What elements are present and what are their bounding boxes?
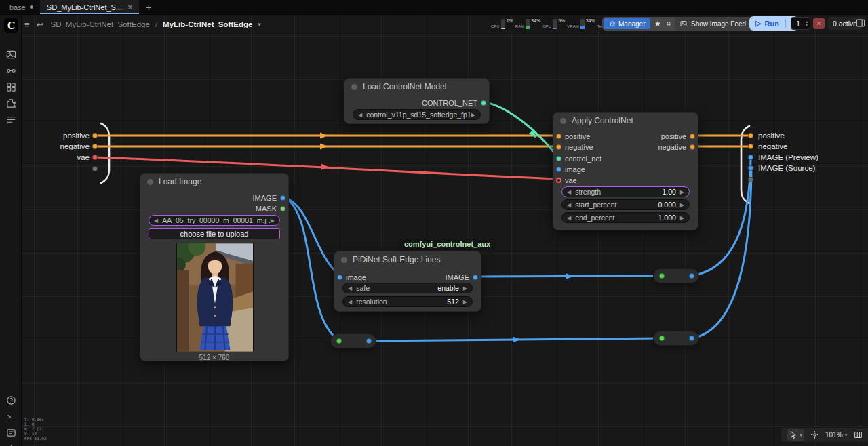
- collapse-dot-icon[interactable]: [351, 84, 357, 90]
- tab-close-icon[interactable]: ×: [127, 3, 132, 12]
- safe-widget[interactable]: ◀ safe enable ▶: [342, 283, 473, 293]
- custom-nodes-icon[interactable]: [5, 98, 17, 109]
- output-image-slot[interactable]: [473, 275, 478, 280]
- group-output-positive-slot[interactable]: [748, 133, 753, 138]
- comfyui-canvas[interactable]: base SD_MyLib-CtrlNet_S... × + C >_: [0, 0, 868, 446]
- group-output-image-source-slot[interactable]: [748, 165, 753, 171]
- chevron-down-icon[interactable]: ▾: [800, 432, 802, 438]
- group-input-vae-slot[interactable]: [92, 155, 98, 160]
- reroute-input-slot[interactable]: [336, 338, 342, 344]
- reroute-output-slot[interactable]: [689, 273, 694, 279]
- breadcrumb-root[interactable]: SD_MyLib-CtrlNet_SoftEdge: [51, 20, 150, 28]
- node-title-bar[interactable]: Load ControlNet Model: [344, 79, 489, 95]
- end-percent-widget[interactable]: ◀ end_percent 1.000 ▶: [561, 212, 690, 223]
- minimap-toggle-button[interactable]: [854, 430, 863, 439]
- group-output-image-preview-slot[interactable]: [748, 155, 753, 160]
- queue-icon[interactable]: [5, 114, 17, 125]
- comfyui-logo[interactable]: C: [4, 18, 18, 33]
- collapse-dot-icon[interactable]: [341, 257, 347, 263]
- widget-left-arrow-icon[interactable]: ◀: [358, 112, 362, 118]
- star-icon[interactable]: [654, 20, 661, 27]
- batch-count-stepper[interactable]: 1 ▲▼: [791, 17, 810, 30]
- help-icon[interactable]: [5, 394, 17, 406]
- left-group-bracket: [101, 123, 109, 183]
- undo-icon[interactable]: ↩: [37, 20, 44, 30]
- controlnet-model-combo[interactable]: ◀ control_v11p_sd15_softedge_fp1… ▶: [353, 109, 481, 120]
- input-image-slot[interactable]: [556, 167, 561, 172]
- group-input-empty-slot[interactable]: [92, 166, 98, 171]
- widget-right-arrow-icon[interactable]: ▶: [463, 285, 467, 291]
- cancel-run-button[interactable]: ✕: [813, 18, 825, 29]
- settings-gear-icon[interactable]: [5, 443, 17, 446]
- model-library-icon[interactable]: [5, 81, 17, 93]
- chevron-down-icon[interactable]: ▾: [845, 432, 848, 438]
- loaded-image-preview[interactable]: [176, 243, 254, 352]
- node-pidinet-softedge[interactable]: PiDiNet Soft-Edge Lines image IMAGE ◀ sa…: [334, 251, 481, 312]
- widget-left-arrow-icon[interactable]: ◀: [348, 285, 352, 291]
- widget-right-arrow-icon[interactable]: ▶: [680, 189, 684, 195]
- monitor-cpu-label: CPU: [491, 24, 500, 29]
- widget-right-arrow-icon[interactable]: ▶: [680, 215, 684, 221]
- reroute-input-slot[interactable]: [659, 273, 665, 279]
- workflows-icon[interactable]: [5, 49, 17, 60]
- breadcrumb-current[interactable]: MyLib-CtrlNet_SoftEdge: [163, 20, 252, 28]
- tab-active-workflow[interactable]: SD_MyLib-CtrlNet_S... ×: [40, 0, 139, 14]
- stepper-arrows-icon[interactable]: ▲▼: [805, 20, 810, 27]
- widget-left-arrow-icon[interactable]: ◀: [348, 299, 352, 305]
- node-title-bar[interactable]: Load Image: [140, 174, 288, 190]
- logs-icon[interactable]: [5, 427, 17, 439]
- output-positive-slot[interactable]: [690, 134, 695, 139]
- widget-right-arrow-icon[interactable]: ▶: [471, 112, 475, 118]
- tab-base[interactable]: base: [3, 0, 40, 14]
- group-output-empty-slot[interactable]: [748, 177, 753, 182]
- strength-widget[interactable]: ◀ strength 1.00 ▶: [561, 186, 690, 197]
- monitor-vram-bar: [580, 19, 585, 29]
- node-apply-controlnet[interactable]: Apply ControlNet positive negative contr…: [553, 112, 698, 230]
- fit-view-button[interactable]: [810, 430, 819, 439]
- node-load-controlnet-model[interactable]: Load ControlNet Model CONTROL_NET ◀ cont…: [344, 78, 490, 124]
- panel-toggle-icon[interactable]: [856, 18, 865, 31]
- widget-left-arrow-icon[interactable]: ◀: [154, 218, 158, 224]
- input-vae-slot[interactable]: [556, 178, 561, 183]
- start-percent-widget[interactable]: ◀ start_percent 0.000 ▶: [561, 199, 690, 210]
- image-icon: [680, 20, 687, 27]
- output-negative-slot[interactable]: [690, 144, 695, 150]
- group-input-negative-slot[interactable]: [92, 144, 98, 149]
- chevron-down-icon[interactable]: ▾: [258, 21, 261, 28]
- output-control-net-slot[interactable]: [481, 100, 486, 106]
- run-button[interactable]: ▷ Run: [749, 19, 785, 28]
- widget-right-arrow-icon[interactable]: ▶: [680, 202, 684, 208]
- reroute-output-slot[interactable]: [689, 336, 694, 341]
- widget-left-arrow-icon[interactable]: ◀: [567, 189, 571, 195]
- new-tab-button[interactable]: +: [139, 0, 158, 14]
- widget-left-arrow-icon[interactable]: ◀: [567, 215, 571, 221]
- input-negative-slot[interactable]: [556, 144, 561, 150]
- group-output-negative-slot[interactable]: [748, 144, 753, 149]
- node-load-image[interactable]: Load Image IMAGE MASK ◀ AA_05_try_00000_…: [140, 173, 289, 361]
- terminal-icon[interactable]: >_: [5, 411, 17, 422]
- collapse-dot-icon[interactable]: [560, 118, 566, 124]
- widget-left-arrow-icon[interactable]: ◀: [567, 202, 571, 208]
- manager-button[interactable]: Manager: [604, 18, 650, 29]
- image-file-combo[interactable]: ◀ AA_05_try_00000_m_00001_m.j … ▶: [149, 215, 280, 226]
- widget-right-arrow-icon[interactable]: ▶: [463, 299, 467, 305]
- output-mask-slot[interactable]: [280, 206, 285, 211]
- output-image-slot[interactable]: [280, 195, 285, 201]
- hamburger-menu-icon[interactable]: ≡: [24, 20, 30, 30]
- widget-right-arrow-icon[interactable]: ▶: [271, 218, 275, 224]
- node-title-bar[interactable]: Apply ControlNet: [553, 113, 698, 129]
- group-input-positive-slot[interactable]: [92, 133, 98, 138]
- input-control-net-slot[interactable]: [556, 156, 561, 161]
- reroute-input-slot[interactable]: [659, 336, 665, 341]
- input-positive-slot[interactable]: [556, 134, 561, 139]
- choose-file-button[interactable]: choose file to upload: [149, 228, 280, 239]
- input-image-slot[interactable]: [337, 275, 342, 280]
- node-title-bar[interactable]: PiDiNet Soft-Edge Lines: [334, 251, 481, 268]
- node-library-icon[interactable]: [5, 65, 17, 77]
- notification-bell-icon[interactable]: [665, 20, 672, 27]
- zoom-level-control[interactable]: 101% ▾: [825, 431, 848, 439]
- reroute-output-slot[interactable]: [366, 338, 372, 344]
- resolution-widget[interactable]: ◀ resolution 512 ▶: [342, 296, 473, 307]
- pointer-tool-button[interactable]: ▾: [787, 429, 804, 441]
- collapse-dot-icon[interactable]: [147, 179, 153, 185]
